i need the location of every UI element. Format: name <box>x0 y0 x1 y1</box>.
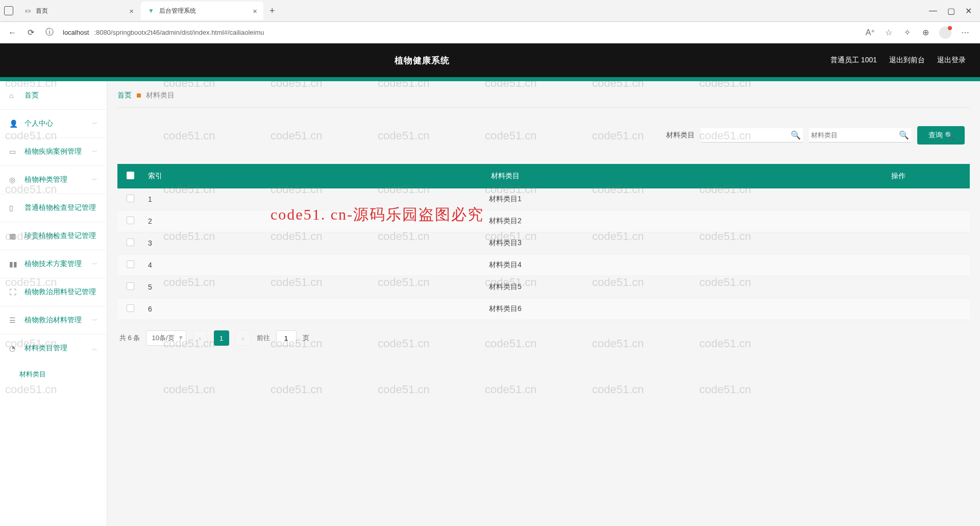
dash-icon: ▦ <box>9 232 18 240</box>
url-host: localhost <box>63 29 89 36</box>
sidebar-item-material-category[interactable]: ◔材料类目管理︿ <box>0 334 107 362</box>
vue-icon: ▼ <box>147 7 155 15</box>
sidebar-item-profile[interactable]: 👤个人中心﹀ <box>0 109 107 137</box>
sidebar-item-disease[interactable]: ▭植物疾病案例管理﹀ <box>0 137 107 165</box>
back-icon[interactable]: ← <box>6 26 18 39</box>
chevron-up-icon: ︿ <box>92 345 97 352</box>
sidebar-item-label: 个人中心 <box>24 119 53 128</box>
sidebar-item-rescue-mgmt[interactable]: ☰植物救治材料管理﹀ <box>0 306 107 334</box>
sidebar: ⌂首页 👤个人中心﹀ ▭植物疾病案例管理﹀ ◎植物种类管理﹀ ▯普通植物检查登记… <box>0 43 107 526</box>
tab-title: 首页 <box>36 7 48 15</box>
scan-icon: ⛶ <box>9 288 18 296</box>
user-info[interactable]: 普通员工 1001 <box>830 56 877 65</box>
layers-icon: ☰ <box>9 316 18 324</box>
sidebar-item-label: 植物救治材料管理 <box>24 316 82 325</box>
cell-index: 1 <box>143 188 184 210</box>
search-bar: 材料类目 🔍 🔍 查询🔍 <box>117 108 970 155</box>
profile-icon[interactable] <box>939 27 951 39</box>
sidebar-item-label: 植物疾病案例管理 <box>24 147 82 156</box>
sidebar-item-label: 植物救治用料登记管理 <box>24 288 96 297</box>
clock-icon: ◔ <box>9 344 18 352</box>
next-page-button[interactable]: › <box>235 330 251 346</box>
close-window-icon[interactable]: ✕ <box>965 6 972 16</box>
chevron-down-icon: ﹀ <box>92 260 97 268</box>
collections-icon[interactable]: ⊕ <box>921 28 930 37</box>
prev-page-button[interactable]: ‹ <box>192 330 208 346</box>
goto-front-link[interactable]: 退出到前台 <box>889 56 925 65</box>
column-index: 索引 <box>143 164 184 188</box>
sidebar-subitem-material-category[interactable]: 材料类目 <box>0 362 107 387</box>
goto-page-input[interactable] <box>276 330 297 346</box>
url-path: :8080/springbootx2t46/admin/dist/index.h… <box>94 29 264 36</box>
chat-icon: ▭ <box>9 148 18 156</box>
cell-actions <box>827 254 970 276</box>
search-icon[interactable]: 🔍 <box>791 130 801 140</box>
refresh-icon[interactable]: ⟳ <box>26 26 36 39</box>
minimize-icon[interactable]: — <box>929 6 937 16</box>
pagination-total: 共 6 条 <box>119 333 140 343</box>
tab-title: 后台管理系统 <box>159 7 196 15</box>
logout-link[interactable]: 退出登录 <box>937 56 966 65</box>
cell-index: 3 <box>143 232 184 254</box>
main-content: 首页 材料类目 材料类目 🔍 🔍 查询🔍 索引 材料类目 操作 <box>107 43 980 526</box>
sidebar-item-home[interactable]: ⌂首页 <box>0 81 107 109</box>
select-all-checkbox[interactable] <box>127 172 134 179</box>
cell-index: 2 <box>143 210 184 232</box>
favorite-icon[interactable]: ☆ <box>884 28 893 37</box>
url-input[interactable]: localhost:8080/springbootx2t46/admin/dis… <box>63 29 859 36</box>
sidebar-item-label: 珍贵植物检查登记管理 <box>24 231 96 241</box>
sidebar-item-species[interactable]: ◎植物种类管理﹀ <box>0 165 107 194</box>
favorites-bar-icon[interactable]: ✧ <box>902 28 912 37</box>
cell-actions <box>827 298 970 320</box>
page-size-select[interactable]: 10条/页 <box>146 330 186 346</box>
goto-suffix: 页 <box>303 333 309 343</box>
cell-name: 材料类目1 <box>184 188 827 210</box>
breadcrumb-home[interactable]: 首页 <box>117 91 132 100</box>
page-number-1[interactable]: 1 <box>214 330 229 346</box>
row-checkbox[interactable] <box>127 238 134 246</box>
chevron-down-icon: ﹀ <box>92 148 97 156</box>
row-checkbox[interactable] <box>127 260 134 268</box>
sidebar-item-normal-check[interactable]: ▯普通植物检查登记管理 <box>0 194 107 222</box>
table-row: 1材料类目1 <box>117 188 970 210</box>
app-header: 植物健康系统 普通员工 1001 退出到前台 退出登录 <box>0 43 980 77</box>
cell-actions <box>827 232 970 254</box>
data-table: 索引 材料类目 操作 1材料类目12材料类目23材料类目34材料类目45材料类目… <box>117 164 970 320</box>
row-checkbox[interactable] <box>127 282 134 290</box>
read-aloud-icon[interactable]: A⁺ <box>866 28 875 37</box>
close-icon[interactable]: × <box>129 7 134 15</box>
more-icon[interactable]: ⋯ <box>961 28 970 37</box>
sidebar-item-label: 首页 <box>24 91 39 100</box>
sidebar-item-rescue-material[interactable]: ⛶植物救治用料登记管理 <box>0 278 107 306</box>
goto-label: 前往 <box>257 333 270 343</box>
window-controls: — ▢ ✕ <box>929 6 976 16</box>
sidebar-item-rare-check[interactable]: ▦珍贵植物检查登记管理 <box>0 222 107 250</box>
cell-actions <box>827 276 970 298</box>
cell-index: 6 <box>143 298 184 320</box>
table-row: 3材料类目3 <box>117 232 970 254</box>
browser-tab-1[interactable]: ▭ 首页 × <box>17 2 140 20</box>
query-button[interactable]: 查询🔍 <box>917 126 965 145</box>
search-icon[interactable]: 🔍 <box>899 130 909 140</box>
sidebar-item-tech[interactable]: ▮▮植物技术方案管理﹀ <box>0 250 107 278</box>
breadcrumb-separator-icon <box>137 93 141 98</box>
tab-groups-icon[interactable] <box>4 6 13 15</box>
close-icon[interactable]: × <box>253 7 257 15</box>
row-checkbox[interactable] <box>127 304 134 312</box>
cell-name: 材料类目3 <box>184 232 827 254</box>
search-input-1[interactable] <box>701 128 803 142</box>
sidebar-item-label: 植物技术方案管理 <box>24 259 82 269</box>
browser-tab-bar: ▭ 首页 × ▼ 后台管理系统 × + — ▢ ✕ <box>0 0 980 22</box>
new-tab-button[interactable]: + <box>264 6 280 16</box>
table-row: 5材料类目5 <box>117 276 970 298</box>
row-checkbox[interactable] <box>127 195 134 202</box>
info-icon[interactable]: ⓘ <box>43 25 56 40</box>
accent-bar <box>0 77 980 81</box>
row-checkbox[interactable] <box>127 217 134 224</box>
browser-tab-2[interactable]: ▼ 后台管理系统 × <box>141 2 263 20</box>
sidebar-item-label: 材料类目管理 <box>24 344 67 353</box>
maximize-icon[interactable]: ▢ <box>947 6 955 16</box>
search-input-2[interactable] <box>809 128 911 142</box>
pagination: 共 6 条 10条/页 ‹ 1 › 前往 页 <box>117 320 970 356</box>
bars-icon: ▮▮ <box>9 260 18 268</box>
